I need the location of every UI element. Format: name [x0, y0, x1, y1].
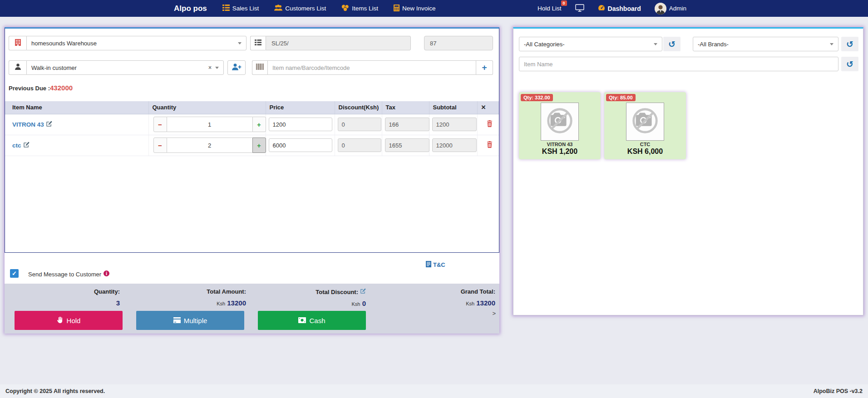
- message-row: ✓ Send Message to Customer T&C: [5, 253, 499, 284]
- col-price: Price: [266, 101, 335, 114]
- terms-link[interactable]: T&C: [426, 261, 445, 269]
- quantity-label: Quantity:: [94, 288, 120, 295]
- item-name-text: ctc: [12, 142, 21, 149]
- barcode-icon: [256, 64, 264, 72]
- discount-field: [338, 138, 381, 152]
- nav-user-menu[interactable]: Admin: [655, 3, 686, 15]
- sales-list-icon: [222, 5, 230, 12]
- item-name-link[interactable]: ctc: [8, 142, 30, 149]
- col-discount: Discount(Ksh): [335, 101, 382, 114]
- refresh-categories-button[interactable]: ↺: [663, 37, 681, 51]
- avatar: [655, 3, 666, 15]
- col-quantity: Quantity: [148, 101, 266, 114]
- nav-new-invoice[interactable]: New Invoice: [394, 5, 436, 13]
- discount-field: [338, 118, 381, 131]
- brand-select[interactable]: -All Brands-: [693, 37, 838, 51]
- nav-dashboard[interactable]: Dashboard: [598, 5, 641, 12]
- quantity-stepper: − +: [153, 138, 266, 153]
- edit-icon[interactable]: [23, 142, 30, 149]
- multiple-button-label: Multiple: [184, 317, 207, 324]
- info-icon[interactable]: [104, 270, 109, 278]
- nav-customers-list[interactable]: Customers List: [274, 5, 326, 12]
- nav-hold-list-label: Hold List: [538, 5, 562, 12]
- delete-row-button[interactable]: [486, 119, 493, 129]
- price-input[interactable]: [269, 138, 332, 152]
- person-icon: [15, 64, 21, 72]
- nav-sales-list-label: Sales List: [232, 5, 259, 12]
- product-card[interactable]: Qty: 85.00 CTC KSH 6,000: [604, 92, 686, 159]
- warehouse-select[interactable]: homesounds Warehouse: [26, 36, 247, 50]
- hold-button[interactable]: Hold: [15, 311, 123, 330]
- dashboard-icon: [598, 5, 605, 12]
- item-name-filter-input[interactable]: [519, 57, 838, 71]
- total-discount-label: Total Discount:: [316, 289, 358, 295]
- item-name-text: VITRON 43: [12, 121, 44, 128]
- total-amount-value: 13200: [227, 299, 246, 307]
- customer-select[interactable]: Walk-in customer ×: [26, 60, 224, 75]
- customer-group: Walk-in customer ×: [9, 60, 224, 75]
- cash-button[interactable]: Cash: [258, 311, 366, 330]
- remove-all-icon[interactable]: ✕: [477, 101, 499, 114]
- delete-row-button[interactable]: [486, 140, 493, 150]
- product-name: CTC: [640, 142, 651, 147]
- invoice-seq-group: [424, 36, 493, 50]
- no-camera-icon: [544, 105, 575, 138]
- refresh-icon: ↺: [846, 39, 853, 49]
- add-customer-button[interactable]: [227, 60, 246, 75]
- no-camera-icon: [630, 105, 661, 138]
- invoice-panel: homesounds Warehouse Walk-in customer ×: [5, 27, 499, 334]
- nav-sales-list[interactable]: Sales List: [222, 5, 259, 12]
- building-icon: [15, 39, 21, 48]
- invoice-form-area: homesounds Warehouse Walk-in customer ×: [5, 27, 499, 253]
- total-discount-value: 0: [362, 300, 366, 307]
- credit-card-icon: [173, 317, 181, 324]
- qty-minus-button[interactable]: −: [153, 117, 167, 132]
- add-item-button[interactable]: +: [476, 60, 493, 75]
- brand-filter-group: -All Brands-: [693, 37, 838, 51]
- nav-hold-list[interactable]: Hold List 0: [538, 5, 562, 12]
- category-select[interactable]: -All Categories-: [519, 37, 662, 51]
- cart-row: ctc − +: [5, 135, 499, 156]
- send-message-checkbox[interactable]: ✓: [10, 269, 19, 278]
- nav-dashboard-label: Dashboard: [608, 5, 641, 12]
- subtotal-field: [432, 138, 477, 152]
- clear-customer-icon[interactable]: ×: [208, 64, 215, 71]
- qty-minus-button[interactable]: −: [153, 138, 167, 153]
- qty-plus-button[interactable]: +: [252, 138, 266, 153]
- product-name: VITRON 43: [547, 142, 573, 147]
- hold-list-count-badge: 0: [561, 0, 567, 6]
- refresh-items-button[interactable]: ↺: [841, 57, 858, 71]
- copyright-text: Copyright © 2025 All rights reserved.: [5, 388, 105, 394]
- monitor-icon: [575, 4, 584, 13]
- item-search-input[interactable]: [267, 60, 476, 75]
- edit-discount-icon[interactable]: [360, 288, 366, 295]
- summary-quantity: Quantity: 3: [5, 284, 120, 307]
- customer-select-value: Walk-in customer: [31, 64, 77, 71]
- item-name-link[interactable]: VITRON 43: [8, 121, 52, 128]
- warehouse-select-value: homesounds Warehouse: [31, 40, 97, 47]
- brand-select-value: -All Brands-: [698, 41, 729, 48]
- invoice-number-field: [424, 36, 493, 50]
- item-search-group: +: [252, 60, 493, 75]
- edit-icon[interactable]: [46, 121, 52, 128]
- warehouse-addon: [9, 36, 26, 50]
- chevron-down-icon: [238, 42, 242, 44]
- footer: Copyright © 2025 All rights reserved. Al…: [0, 384, 868, 398]
- expand-chevron[interactable]: >: [492, 310, 496, 317]
- chevron-down-icon: [215, 67, 219, 69]
- refresh-brands-button[interactable]: ↺: [841, 37, 858, 51]
- price-input[interactable]: [269, 118, 332, 131]
- multiple-button[interactable]: Multiple: [136, 311, 244, 330]
- nav-pos-screen[interactable]: [575, 4, 584, 13]
- nav-items-list[interactable]: Items List: [341, 5, 378, 13]
- qty-input[interactable]: [167, 117, 252, 132]
- cart-table: Item Name Quantity Price Discount(Ksh) T…: [5, 101, 499, 156]
- document-icon: [426, 261, 431, 269]
- qty-plus-button[interactable]: +: [252, 117, 266, 132]
- catalog-panel: -All Categories- ↺ -All Brands- ↺ ↺ Qty:…: [513, 27, 863, 315]
- app-brand[interactable]: Alpo pos: [174, 4, 207, 13]
- summary-grand-total: Grand Total: Ksh 13200: [366, 284, 495, 307]
- nav-items-list-label: Items List: [352, 5, 378, 12]
- qty-input[interactable]: [167, 138, 252, 153]
- product-card[interactable]: Qty: 332.00 VITRON 43 KSH 1,200: [519, 92, 601, 159]
